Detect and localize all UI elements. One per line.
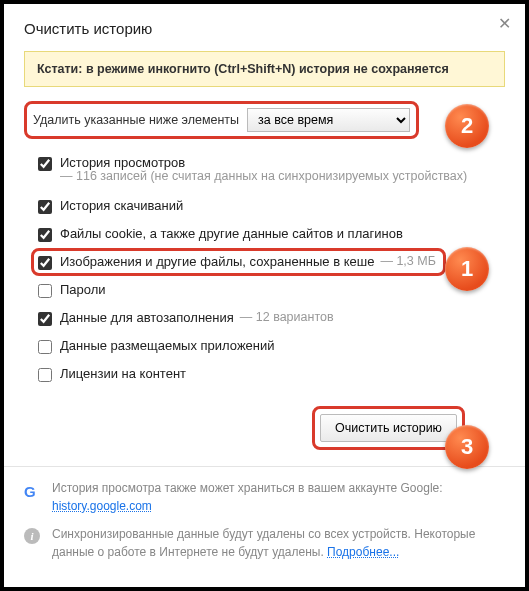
- option-label: История скачиваний: [60, 198, 183, 213]
- close-icon[interactable]: ✕: [498, 14, 511, 33]
- option-cookies: Файлы cookie, а также другие данные сайт…: [38, 220, 505, 248]
- annotation-badge-3: 3: [445, 425, 489, 469]
- dialog-title: Очистить историю: [24, 20, 505, 37]
- checkbox-passwords[interactable]: [38, 284, 52, 298]
- option-detail: — 1,3 МБ: [380, 254, 435, 268]
- footer-sync-row: i Синхронизированные данные будут удален…: [24, 525, 505, 561]
- annotation-badge-2: 2: [445, 104, 489, 148]
- footer-google-row: G История просмотра также может хранитьс…: [24, 479, 505, 515]
- google-history-link[interactable]: history.google.com: [52, 499, 152, 513]
- clear-history-dialog: ✕ Очистить историю Кстати: в режиме инко…: [4, 4, 525, 587]
- checkbox-browsing[interactable]: [38, 157, 52, 171]
- time-range-select[interactable]: за все время: [247, 108, 410, 132]
- footer-google-text: История просмотра также может храниться …: [52, 481, 443, 495]
- checkbox-cookies[interactable]: [38, 228, 52, 242]
- checkbox-autofill[interactable]: [38, 312, 52, 326]
- option-hosted: Данные размещаемых приложений: [38, 332, 505, 360]
- footer-sync-text: Синхронизированные данные будут удалены …: [52, 527, 475, 559]
- option-detail: — 116 записей (не считая данных на синхр…: [60, 168, 467, 186]
- info-icon: i: [24, 527, 42, 545]
- clear-button-highlight: Очистить историю: [312, 406, 465, 450]
- option-browsing: История просмотров — 116 записей (не счи…: [38, 149, 505, 192]
- option-downloads: История скачиваний: [38, 192, 505, 220]
- google-icon: G: [24, 481, 42, 504]
- option-detail: — 12 вариантов: [240, 310, 334, 324]
- learn-more-link[interactable]: Подробнее...: [327, 545, 399, 559]
- checkbox-hosted[interactable]: [38, 340, 52, 354]
- action-row: Очистить историю: [24, 406, 465, 450]
- checkbox-cache[interactable]: [38, 256, 52, 270]
- checkbox-downloads[interactable]: [38, 200, 52, 214]
- annotation-badge-1: 1: [445, 247, 489, 291]
- checkbox-licenses[interactable]: [38, 368, 52, 382]
- incognito-banner: Кстати: в режиме инкогнито (Ctrl+Shift+N…: [24, 51, 505, 87]
- option-label: Файлы cookie, а также другие данные сайт…: [60, 226, 403, 241]
- option-label: Данные размещаемых приложений: [60, 338, 275, 353]
- option-label: Лицензии на контент: [60, 366, 186, 381]
- footer: G История просмотра также может хранитьс…: [24, 467, 505, 583]
- time-range-label: Удалить указанные ниже элементы: [33, 113, 239, 127]
- option-label: Данные для автозаполнения: [60, 310, 234, 325]
- option-licenses: Лицензии на контент: [38, 360, 505, 388]
- option-passwords: Пароли: [38, 276, 505, 304]
- time-range-row: Удалить указанные ниже элементы за все в…: [24, 101, 419, 139]
- option-label: Изображения и другие файлы, сохраненные …: [60, 254, 374, 269]
- option-autofill: Данные для автозаполнения — 12 вариантов: [38, 304, 505, 332]
- clear-history-button[interactable]: Очистить историю: [320, 414, 457, 442]
- option-label: Пароли: [60, 282, 106, 297]
- options-list: История просмотров — 116 записей (не счи…: [24, 149, 505, 388]
- option-cache: Изображения и другие файлы, сохраненные …: [31, 248, 446, 276]
